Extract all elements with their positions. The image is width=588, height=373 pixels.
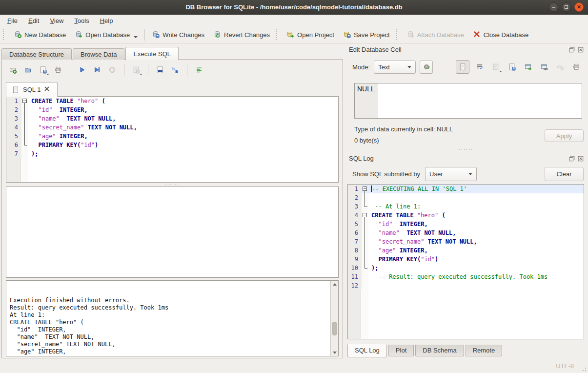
new-sql-tab-button[interactable] [7,64,19,76]
fold-box-icon[interactable] [22,99,27,103]
results-table-pane[interactable] [6,186,339,278]
log-line: "id" INTEGER, [10,326,327,333]
cell-value-editor[interactable]: NULL [354,83,582,119]
menu-edit[interactable]: Edit [23,16,44,26]
tab-remote[interactable]: Remote [466,345,503,356]
save-project-button[interactable]: Save Project [339,28,394,41]
save-sql-file-button[interactable] [37,64,49,76]
fold-marker[interactable] [21,97,29,105]
link-button[interactable] [538,61,550,73]
word-wrap-button[interactable] [474,61,486,73]
attach-database-button: Attach Database [402,28,468,41]
export-button[interactable] [522,61,534,73]
code-text: "secret_name" TEXT NOT NULL, [29,123,338,132]
line-number: 2 [348,193,362,202]
menu-tools[interactable]: Tools [69,16,94,26]
maximize-button[interactable] [562,2,571,12]
tab-database-structure[interactable]: Database Structure [1,48,72,60]
svg-text:a: a [175,68,178,74]
execution-status-pane[interactable]: Execution finished without errors.Result… [6,280,339,356]
new-database-button[interactable]: New Database [9,28,70,41]
open-database-icon [75,30,82,40]
log-line: CREATE TABLE "hero" ( [10,319,327,326]
fold-marker [362,255,369,264]
execute-all-button[interactable] [76,64,88,76]
sql-log-view[interactable]: 1-- EXECUTING ALL IN 'SQL 1'2 --3 -- At … [347,184,584,339]
sql-log-title: SQL Log [349,155,374,162]
sql-editor[interactable]: 1CREATE TABLE "hero" (2 "id" INTEGER,3 "… [6,96,339,183]
window-title: DB Browser for SQLite - /home/user/code/… [0,0,588,15]
fold-marker[interactable] [362,185,369,193]
float-panel-icon[interactable] [568,46,575,53]
tab-db-schema[interactable]: DB Schema [415,345,464,356]
fold-marker[interactable] [362,211,369,220]
save-as-button[interactable] [506,61,518,73]
code-line: 3 -- At line 1: [348,202,584,211]
toolbar-grip[interactable] [396,29,399,40]
fold-marker [362,202,369,211]
open-project-button[interactable]: Open Project [282,28,339,41]
log-line: Result: query executed successfully. Too… [10,304,327,311]
scroll-up-icon[interactable] [331,281,338,288]
toolbar-button-label: Write Changes [162,31,204,39]
write-changes-button[interactable]: Write Changes [147,28,209,41]
code-text: "name" TEXT NOT NULL, [369,228,584,237]
tab-plot[interactable]: Plot [388,345,414,356]
toolbar-button-label: Open Database [85,31,130,39]
scroll-thumb[interactable] [332,322,337,335]
resize-grip[interactable] [580,365,586,371]
tab-sql-log[interactable]: SQL Log [347,344,387,357]
close-panel-icon[interactable] [577,155,584,162]
toolbar-grip[interactable] [3,29,6,40]
execute-sql-panel: ba SQL 1 1CREATE TABLE "hero" (2 "id" IN… [1,59,343,358]
minimize-button[interactable]: – [549,2,558,12]
tab-browse-data[interactable]: Browse Data [73,48,124,60]
filter-value: User [429,170,443,178]
close-database-button[interactable]: Close Database [468,28,533,41]
mode-select[interactable]: Text [374,61,416,74]
submitted-by-select[interactable]: User [425,167,477,181]
menu-file[interactable]: File [2,16,23,26]
dock-splitter[interactable]: ······ [344,147,588,151]
tab-execute-sql[interactable]: Execute SQL [125,47,179,60]
format-sql-button[interactable]: ba [169,64,181,76]
cell-editor-toolbar [456,60,582,74]
open-sql-file-button[interactable] [22,64,34,76]
sql-file-tab[interactable]: SQL 1 [6,82,58,97]
toolbar-button-label: New Database [24,31,66,39]
word-wrap-lines-button[interactable] [193,64,205,76]
execute-line-button[interactable] [91,64,103,76]
toolbar-grip[interactable] [276,29,279,40]
editor-results-splitter[interactable]: ······ [6,183,339,186]
line-number: 7 [348,237,362,246]
attach-database-icon [406,30,414,40]
float-panel-icon[interactable] [568,155,575,162]
close-panel-icon[interactable] [577,46,584,53]
revert-changes-button[interactable]: Revert Changes [209,28,274,41]
dropdown-caret-icon [46,74,49,75]
close-button[interactable]: ✕ [574,2,584,12]
code-line: 4CREATE TABLE "hero" ( [348,211,584,220]
title-bar[interactable]: DB Browser for SQLite - /home/user/code/… [0,0,588,15]
find-replace-button[interactable] [154,64,166,76]
fold-box-icon[interactable] [363,213,367,217]
text-mode-button[interactable] [456,60,469,74]
encoding-indicator[interactable]: UTF-8 [556,362,574,370]
apply-button[interactable]: Apply [545,129,584,142]
clear-button[interactable]: Clear [545,167,584,181]
log-line: At line 1: [10,311,327,319]
fold-box-icon[interactable] [363,186,367,191]
scroll-down-icon[interactable] [331,349,338,356]
print-button[interactable] [570,61,582,73]
menu-view[interactable]: View [44,16,69,26]
line-number: 6 [348,228,362,237]
fold-marker [362,246,369,255]
print-button[interactable] [52,64,64,76]
auto-apply-button[interactable] [420,61,433,74]
close-tab-icon[interactable] [44,86,52,94]
menu-help[interactable]: Help [95,16,119,26]
code-text: ); [29,149,338,158]
open-database-button[interactable]: Open Database [70,28,142,41]
code-line: 7 "secret_name" TEXT NOT NULL, [348,237,584,246]
scrollbar[interactable] [330,281,338,356]
